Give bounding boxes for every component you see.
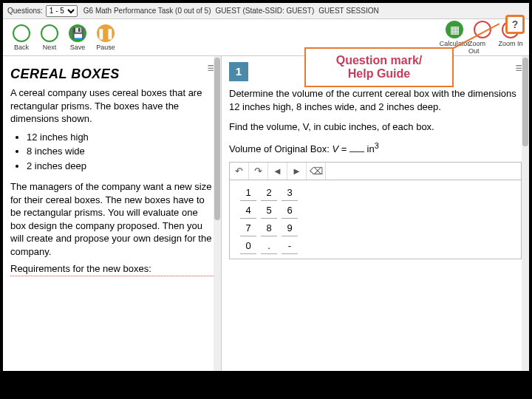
save-icon: 💾 <box>69 24 86 42</box>
pause-icon: ❚❚ <box>97 24 115 42</box>
dimension-list: 12 inches high 8 inches wide 2 inches de… <box>27 130 214 174</box>
list-item: 8 inches wide <box>27 144 214 159</box>
pause-button[interactable]: ❚❚ Pause <box>92 24 120 51</box>
callout-line1: Question mark/ <box>336 54 422 67</box>
key-3[interactable]: 3 <box>282 185 298 201</box>
nav-left-button[interactable]: ◄ <box>268 163 287 180</box>
key-dot[interactable]: . <box>261 238 277 254</box>
question-mark-icon: ? <box>512 18 519 30</box>
question-text-2: Find the volume, V, in cubic inches, of … <box>229 120 522 134</box>
help-button[interactable]: ? <box>505 15 525 34</box>
numeric-keypad: 1 2 3 4 5 6 7 8 9 <box>230 180 521 259</box>
key-2[interactable]: 2 <box>261 185 277 201</box>
key-4[interactable]: 4 <box>240 202 256 219</box>
list-item: 2 inches deep <box>27 159 214 174</box>
key-6[interactable]: 6 <box>282 202 298 219</box>
content-area: ≡ CEREAL BOXES A cereal company uses cer… <box>3 56 529 371</box>
key-5[interactable]: 5 <box>261 202 277 219</box>
right-scrollbar[interactable] <box>522 56 529 371</box>
bottom-letterbox <box>0 374 532 399</box>
backspace-button[interactable]: ⌫ <box>307 163 326 180</box>
answer-input-area: ↶ ↷ ◄ ► ⌫ 1 2 3 4 5 <box>229 162 522 259</box>
arrow-right-icon: → <box>41 24 58 42</box>
next-button[interactable]: → Next <box>35 24 64 51</box>
question-text-1: Determine the volume of the current cere… <box>229 87 522 113</box>
question-number: 1 <box>229 62 248 81</box>
answer-toolbar: ↶ ↷ ◄ ► ⌫ <box>230 163 521 180</box>
key-7[interactable]: 7 <box>240 220 256 236</box>
answer-blank <box>349 151 364 152</box>
redo-button[interactable]: ↷ <box>249 163 268 180</box>
key-9[interactable]: 9 <box>282 220 298 236</box>
save-button[interactable]: 💾 Save <box>64 24 92 51</box>
questions-select[interactable]: 1 - 5 <box>46 5 78 17</box>
callout-line2: Help Guide <box>348 67 410 81</box>
user-info: GUEST (State-SSID: GUEST) <box>215 7 314 15</box>
passage-p3: Requirements for the new boxes: <box>10 262 214 276</box>
passage-pane: ≡ CEREAL BOXES A cereal company uses cer… <box>3 56 222 371</box>
key-minus[interactable]: - <box>282 238 298 254</box>
passage-title: CEREAL BOXES <box>10 66 214 82</box>
questions-label: Questions: <box>7 7 43 15</box>
passage-p1: A cereal company uses cereal boxes that … <box>10 86 214 126</box>
help-callout: Question mark/ Help Guide <box>304 47 454 87</box>
top-info-bar: Questions: 1 - 5 G6 Math Performance Tas… <box>3 3 529 19</box>
list-item: 12 inches high <box>27 130 214 145</box>
back-button[interactable]: ← Back <box>7 24 35 51</box>
task-info: G6 Math Performance Task (0 out of 5) <box>83 7 211 15</box>
passage-p2: The managers of the company want a new s… <box>10 180 214 258</box>
volume-formula: Volume of Original Box: V = in3 <box>229 141 522 154</box>
key-0[interactable]: 0 <box>240 238 256 254</box>
nav-right-button[interactable]: ► <box>287 163 307 180</box>
undo-button[interactable]: ↶ <box>230 163 249 180</box>
question-pane: ≡ 1 Determine the volume of the current … <box>222 56 529 371</box>
arrow-left-icon: ← <box>13 24 30 42</box>
session-info: GUEST SESSION <box>318 7 379 15</box>
key-8[interactable]: 8 <box>261 220 277 236</box>
key-1[interactable]: 1 <box>240 185 256 201</box>
left-scrollbar[interactable] <box>214 56 221 371</box>
calculator-icon: ▦ <box>446 21 463 38</box>
